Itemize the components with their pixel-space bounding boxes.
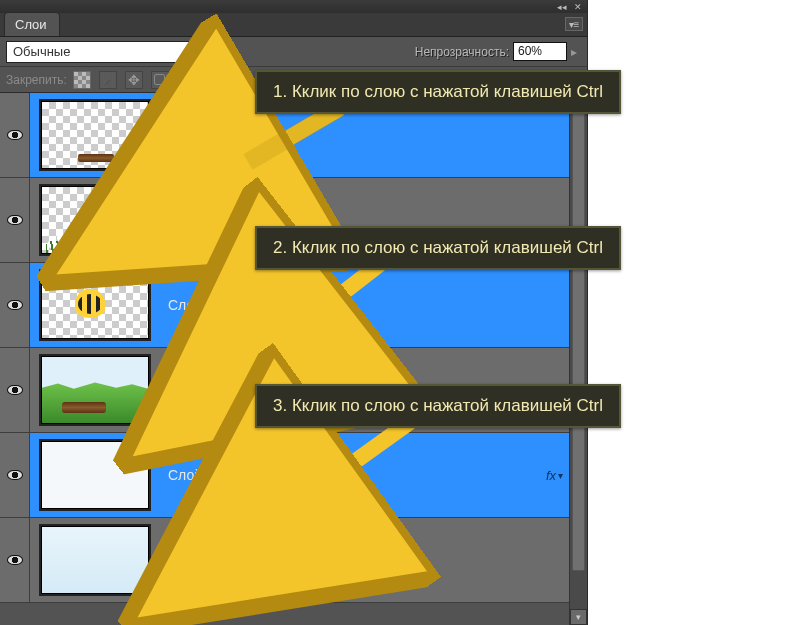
blend-mode-select[interactable] xyxy=(6,41,206,63)
lock-label: Закрепить: xyxy=(6,73,67,87)
opacity-value[interactable]: 60% xyxy=(513,42,567,61)
lock-all-icon[interactable] xyxy=(151,71,169,89)
eye-icon xyxy=(7,385,23,395)
arrow-3-icon xyxy=(300,416,420,506)
svg-line-4 xyxy=(308,264,380,320)
tab-layers[interactable]: Слои xyxy=(4,12,60,36)
layer-fx-indicator[interactable]: fx ▾ xyxy=(525,468,569,483)
layer-thumbnail[interactable] xyxy=(30,93,160,177)
lock-pixels-icon[interactable] xyxy=(99,71,117,89)
visibility-toggle[interactable] xyxy=(0,518,30,602)
layer-thumbnail[interactable] xyxy=(30,518,160,602)
visibility-toggle[interactable] xyxy=(0,93,30,177)
panel-tabrow: Слои ▾≡ xyxy=(0,13,587,37)
layer-name[interactable]: Слой 5 xyxy=(160,127,569,143)
layer-row[interactable]: Слой 3 xyxy=(0,263,569,348)
layer-thumbnail[interactable] xyxy=(30,348,160,432)
blend-opacity-row: Непрозрачность: 60% ▸ xyxy=(0,37,587,67)
eye-icon xyxy=(7,300,23,310)
layer-thumbnail[interactable] xyxy=(30,263,160,347)
arrow-2-icon xyxy=(290,258,390,338)
svg-line-2 xyxy=(248,108,340,162)
annotation-3: 3. Кклик по слою с нажатой клавишей Ctrl xyxy=(255,384,621,428)
layer-row[interactable]: Слой 6 xyxy=(0,518,569,603)
eye-icon xyxy=(7,470,23,480)
close-icon[interactable]: ✕ xyxy=(571,2,585,12)
opacity-label: Непрозрачность: xyxy=(415,45,509,59)
annotation-2: 2. Кклик по слою с нажатой клавишей Ctrl xyxy=(255,226,621,270)
lock-position-icon[interactable] xyxy=(125,71,143,89)
chevron-down-icon: ▾ xyxy=(558,470,563,481)
layer-name[interactable]: Слой 6 xyxy=(160,552,569,568)
lock-transparency-icon[interactable] xyxy=(73,71,91,89)
lock-icon-group xyxy=(73,71,169,89)
annotation-1: 1. Кклик по слою с нажатой клавишей Ctrl xyxy=(255,70,621,114)
scroll-down-icon[interactable]: ▾ xyxy=(570,609,587,625)
svg-line-6 xyxy=(318,422,410,488)
collapse-icon[interactable]: ◂◂ xyxy=(555,2,569,12)
scroll-thumb[interactable] xyxy=(572,111,585,571)
visibility-toggle[interactable] xyxy=(0,263,30,347)
fx-label: fx xyxy=(546,468,556,483)
panel-titlebar: ◂◂ ✕ xyxy=(0,0,587,13)
layer-thumbnail[interactable] xyxy=(30,178,160,262)
scrollbar[interactable]: ▴ ▾ xyxy=(569,93,587,625)
eye-icon xyxy=(7,555,23,565)
layer-thumbnail[interactable] xyxy=(30,433,160,517)
eye-icon xyxy=(7,215,23,225)
layer-row[interactable]: Слой 1 fx ▾ xyxy=(0,433,569,518)
panel-menu-icon[interactable]: ▾≡ xyxy=(565,17,583,31)
visibility-toggle[interactable] xyxy=(0,433,30,517)
visibility-toggle[interactable] xyxy=(0,178,30,262)
visibility-toggle[interactable] xyxy=(0,348,30,432)
eye-icon xyxy=(7,130,23,140)
opacity-flyout-icon[interactable]: ▸ xyxy=(567,45,581,59)
